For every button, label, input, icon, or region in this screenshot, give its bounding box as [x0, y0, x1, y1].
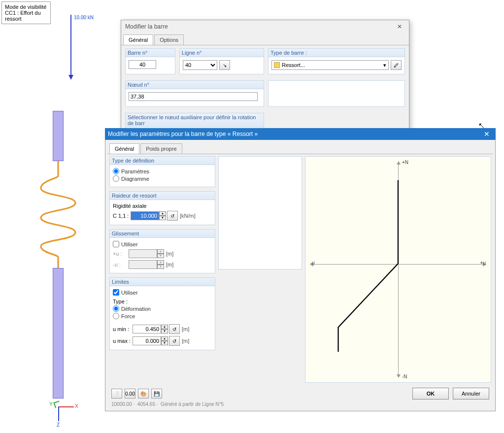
slip-minus-u-input: [129, 260, 157, 269]
help-icon[interactable]: ❔: [111, 389, 122, 399]
spring-diagram: +N -N +u -u: [305, 156, 491, 383]
axis-y-label: Y: [49, 401, 53, 407]
dialog-titlebar[interactable]: Modifier les paramètres pour la barre de…: [105, 128, 496, 140]
spring-icon[interactable]: [34, 161, 83, 269]
axial-stiffness-label: Rigidité axiale: [113, 203, 212, 209]
tab-general[interactable]: Général: [123, 34, 153, 45]
member-type-edit-icon[interactable]: 🖉: [391, 60, 402, 70]
member-no-label: Barre n°: [126, 49, 175, 57]
axial-stiffness-input[interactable]: [131, 211, 159, 220]
node-no-label: Nœud n°: [126, 81, 264, 89]
limits-label: Limites: [110, 278, 215, 286]
close-icon[interactable]: ✕: [481, 130, 493, 138]
definition-type-label: Type de définition: [110, 157, 215, 165]
dialog-titlebar[interactable]: Modifier la barre ✕: [121, 20, 409, 33]
color-icon[interactable]: 🎨: [138, 389, 149, 399]
cancel-button[interactable]: Annuler: [453, 388, 489, 400]
save-defaults-icon[interactable]: 💾: [151, 389, 162, 399]
member-top-segment[interactable]: [53, 111, 64, 161]
units-icon[interactable]: 0.00: [125, 389, 135, 399]
coordinate-axes: X Y Z: [49, 400, 74, 425]
definition-parameters-radio[interactable]: Paramètres: [113, 168, 212, 174]
close-icon[interactable]: ✕: [394, 20, 405, 33]
spinner-up-icon[interactable]: ▲: [161, 325, 168, 329]
node-no-input[interactable]: [129, 92, 258, 101]
u-max-input[interactable]: [133, 336, 161, 345]
line-no-select[interactable]: 40: [183, 60, 217, 70]
pick-line-icon[interactable]: ↘: [219, 60, 230, 70]
dialog-title: Modifier les paramètres pour la barre de…: [108, 131, 258, 137]
spinner-down-icon[interactable]: ▼: [161, 341, 168, 345]
u-min-input[interactable]: [133, 325, 161, 333]
spinner-down-icon[interactable]: ▼: [161, 329, 168, 333]
ok-button[interactable]: OK: [412, 388, 449, 400]
line-no-label: Ligne n°: [180, 49, 264, 57]
member-type-select[interactable]: Ressort... ▾: [271, 60, 389, 70]
member-no-input[interactable]: [129, 60, 156, 69]
slip-label: Glissement: [110, 230, 215, 238]
axis-x-label: X: [75, 403, 78, 409]
tab-strip: Général Options: [121, 33, 409, 45]
spring-params-dialog: Modifier les paramètres pour la barre de…: [105, 128, 496, 411]
member-bottom-segment[interactable]: [53, 268, 64, 399]
limits-deformation-radio[interactable]: Déformation: [113, 305, 212, 312]
spinner-up-icon[interactable]: ▲: [159, 211, 166, 216]
stiffness-reset-icon[interactable]: ↺: [167, 211, 178, 221]
member-type-label: Type de barre :: [269, 49, 404, 57]
stiffness-label: Raideur de ressort: [110, 192, 215, 200]
slip-plus-u-input: [129, 249, 157, 258]
dialog-title: Modifier la barre: [125, 20, 168, 33]
spinner-up-icon[interactable]: ▲: [161, 336, 168, 341]
limits-force-radio[interactable]: Force: [113, 313, 212, 319]
slip-use-checkbox[interactable]: Utiliser: [113, 241, 212, 247]
spring-swatch-icon: [274, 62, 280, 68]
limits-use-checkbox[interactable]: Utiliser: [113, 289, 212, 296]
umin-reset-icon[interactable]: ↺: [169, 324, 180, 334]
axis-z-label: Z: [57, 422, 60, 428]
visibility-mode-line3: ressort: [5, 16, 47, 22]
limits-type-label: Type :: [113, 299, 212, 304]
spinner-down-icon[interactable]: ▼: [159, 216, 166, 220]
umax-reset-icon[interactable]: ↺: [169, 336, 180, 346]
footer-note: Généré à partir de Ligne N°5: [161, 401, 224, 407]
visibility-mode-line1: Mode de visibilité: [5, 4, 47, 10]
tab-general[interactable]: Général: [109, 143, 139, 154]
rotation-group-label: Sélectionner le nœud auxiliaire pour déf…: [126, 113, 264, 128]
load-arrow-icon: [70, 15, 71, 79]
load-value: 10.00 kN: [74, 15, 94, 20]
tab-selfweight[interactable]: Poids propre: [140, 143, 182, 154]
tab-options[interactable]: Options: [154, 34, 184, 45]
visibility-mode-line2: CC1 : Effort du: [5, 10, 47, 16]
visibility-mode-label: Mode de visibilité CC1 : Effort du resso…: [1, 1, 51, 24]
definition-diagram-radio[interactable]: Diagramme: [113, 175, 212, 182]
